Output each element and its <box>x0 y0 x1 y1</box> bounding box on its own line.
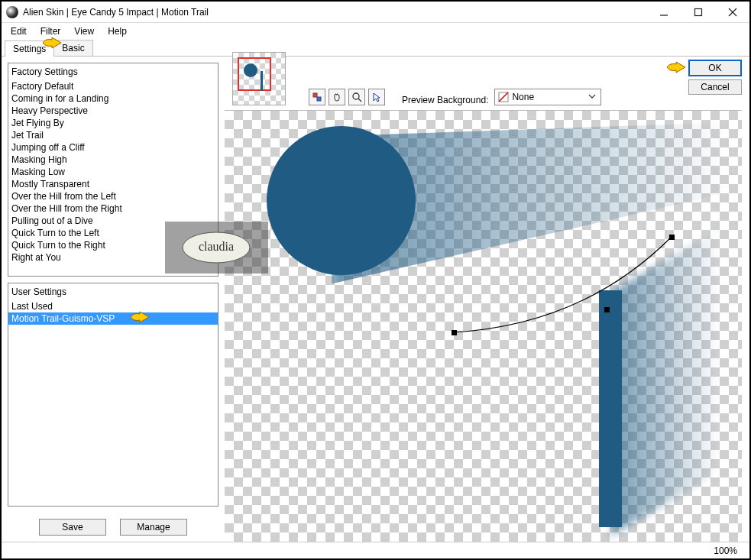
navigator-thumbnail[interactable] <box>232 52 286 105</box>
tabs-row: Settings Basic <box>2 40 749 57</box>
menu-edit[interactable]: Edit <box>5 24 33 38</box>
watermark: claudia <box>165 222 268 274</box>
preview-background-label: Preview Background: <box>402 95 488 105</box>
list-item[interactable]: Motion Trail-Guismo-VSP <box>8 312 218 325</box>
list-item[interactable]: Masking High <box>8 154 218 166</box>
svg-text:claudia: claudia <box>199 240 234 253</box>
preview-background-select[interactable]: None <box>494 89 601 105</box>
curve-handle[interactable] <box>669 235 675 240</box>
zoom-tool[interactable] <box>348 89 365 105</box>
user-settings-title: User Settings <box>8 283 218 300</box>
preview-canvas[interactable] <box>225 110 742 542</box>
preview-background-value: None <box>512 92 534 102</box>
list-item[interactable]: Last Used <box>8 300 218 312</box>
list-item[interactable]: Over the Hill from the Right <box>8 202 218 215</box>
cancel-button[interactable]: Cancel <box>688 79 742 95</box>
tutorial-pointer-icon <box>41 35 63 53</box>
list-item[interactable]: Jumping off a Cliff <box>8 141 218 154</box>
svg-line-7 <box>358 99 361 102</box>
factory-settings-title: Factory Settings <box>8 63 218 80</box>
list-item[interactable]: Mostly Transparent <box>8 178 218 190</box>
maximize-button[interactable] <box>681 2 715 22</box>
user-settings-list[interactable]: User Settings Last Used Motion Trail-Gui… <box>8 283 219 507</box>
svg-rect-5 <box>317 97 321 101</box>
close-button[interactable] <box>715 2 749 22</box>
title-bar: Alien Skin | Eye Candy 5 Impact | Motion… <box>2 2 749 23</box>
tutorial-pointer-icon <box>665 60 687 77</box>
list-item[interactable]: Coming in for a Landing <box>8 92 218 105</box>
zoom-level: 100% <box>714 545 737 556</box>
magnifier-icon <box>351 92 362 102</box>
chevron-down-icon <box>584 92 600 102</box>
svg-rect-4 <box>313 93 317 97</box>
ok-button[interactable]: OK <box>688 60 742 76</box>
menu-view[interactable]: View <box>68 24 100 38</box>
settings-panel: Factory Settings Factory Default Coming … <box>2 57 225 542</box>
list-item[interactable]: Heavy Perspective <box>8 105 218 117</box>
svg-rect-1 <box>695 8 702 15</box>
reset-icon <box>312 92 322 102</box>
list-item[interactable]: Jet Flying By <box>8 117 218 129</box>
app-icon <box>6 6 18 18</box>
thumb-shape-bar <box>261 71 263 91</box>
hand-icon <box>332 92 342 102</box>
curve-handle[interactable] <box>604 307 610 312</box>
list-item[interactable]: Over the Hill from the Left <box>8 190 218 202</box>
minimize-button[interactable] <box>646 2 681 22</box>
thumb-shape-circle <box>244 63 257 77</box>
tutorial-pointer-icon <box>129 309 151 327</box>
status-bar: 100% <box>2 542 749 558</box>
cursor-icon <box>371 92 382 102</box>
save-button[interactable]: Save <box>39 519 106 536</box>
list-item[interactable]: Masking Low <box>8 166 218 178</box>
reset-view-tool[interactable] <box>309 89 325 105</box>
window-title: Alien Skin | Eye Candy 5 Impact | Motion… <box>23 7 209 18</box>
trajectory-curve[interactable] <box>225 111 729 539</box>
list-item[interactable]: Factory Default <box>8 80 218 92</box>
tool-row <box>309 89 385 105</box>
list-item[interactable]: Jet Trail <box>8 129 218 141</box>
pointer-tool[interactable] <box>368 89 385 105</box>
manage-button[interactable]: Manage <box>120 519 187 536</box>
menu-help[interactable]: Help <box>102 24 133 38</box>
none-swatch-icon <box>498 92 509 102</box>
hand-tool[interactable] <box>329 89 345 105</box>
curve-handle[interactable] <box>452 330 457 335</box>
svg-point-6 <box>353 93 359 99</box>
menu-bar: Edit Filter View Help <box>2 23 749 40</box>
